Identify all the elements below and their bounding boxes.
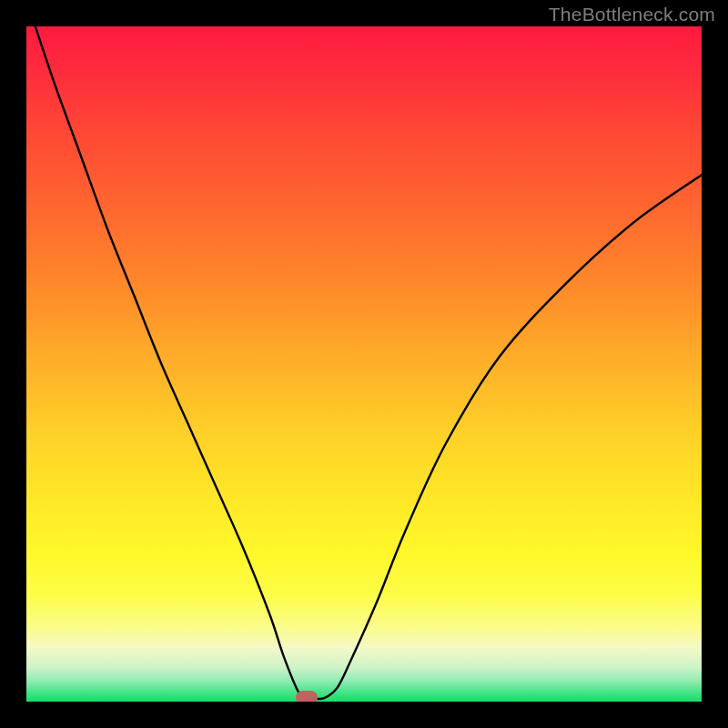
plot-area bbox=[26, 26, 702, 702]
bottleneck-curve bbox=[26, 26, 702, 699]
chart-frame: TheBottleneck.com bbox=[0, 0, 728, 728]
curve-layer bbox=[26, 26, 702, 702]
watermark-text: TheBottleneck.com bbox=[549, 4, 715, 25]
bottleneck-marker bbox=[296, 691, 318, 702]
